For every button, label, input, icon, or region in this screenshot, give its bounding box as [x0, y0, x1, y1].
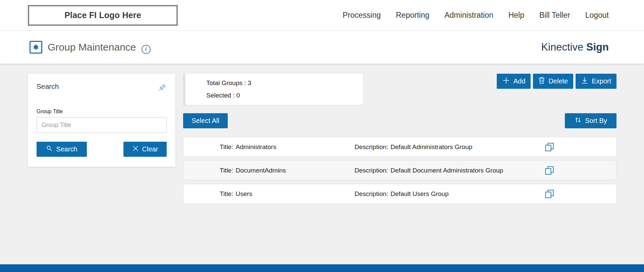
clear-button[interactable]: Clear — [123, 142, 167, 157]
select-all-button[interactable]: Select All — [183, 113, 228, 128]
group-title-cell: Title:DocumentAdmins — [220, 167, 355, 174]
search-panel-title: Search — [37, 82, 59, 90]
description-value: Default Administrators Group — [390, 143, 472, 150]
total-groups-label: Total Groups : — [206, 79, 246, 86]
group-row-users[interactable]: Title:Users Description:Default Users Gr… — [183, 184, 616, 204]
clear-x-icon — [132, 145, 139, 153]
group-description-cell: Description:Default Administrators Group — [355, 143, 544, 151]
description-label: Description: — [355, 167, 388, 174]
nav-reporting[interactable]: Reporting — [396, 11, 429, 20]
sort-by-label: Sort By — [585, 117, 607, 125]
clear-button-label: Clear — [142, 145, 158, 153]
group-description-cell: Description:Default Users Group — [355, 190, 544, 198]
brand-regular: Kinective — [541, 41, 583, 53]
nav-logout[interactable]: Logout — [585, 11, 609, 20]
brand-logo: Kinective Sign — [541, 41, 609, 53]
download-icon — [581, 77, 588, 86]
group-list: Title:Administrators Description:Default… — [183, 137, 616, 204]
add-button[interactable]: Add — [497, 74, 531, 89]
title-value: Users — [235, 190, 252, 197]
title-value: DocumentAdmins — [235, 167, 286, 174]
group-title-cell: Title:Administrators — [220, 143, 355, 151]
export-button-label: Export — [592, 77, 611, 85]
sort-by-button[interactable]: Sort By — [565, 113, 616, 128]
main-content: Search Group Title Search — [0, 64, 644, 264]
description-label: Description: — [355, 190, 388, 197]
search-button-label: Search — [56, 145, 77, 153]
page-header: ✱ Group Maintenance i Kinective Sign — [0, 31, 644, 64]
select-all-label: Select All — [192, 117, 219, 125]
top-nav: Processing Reporting Administration Help… — [342, 11, 609, 20]
selected-line: Selected : 0 — [206, 92, 363, 99]
pin-icon[interactable] — [158, 83, 167, 93]
group-maintenance-icon: ✱ — [30, 41, 42, 54]
title-label: Title: — [220, 167, 233, 174]
copy-icon[interactable] — [544, 189, 616, 199]
info-icon[interactable]: i — [142, 45, 151, 54]
search-panel: Search Group Title Search — [28, 74, 175, 167]
search-button[interactable]: Search — [37, 142, 87, 157]
copy-icon[interactable] — [544, 142, 616, 152]
group-title-cell: Title:Users — [220, 190, 355, 198]
page-title: Group Maintenance — [48, 42, 136, 53]
nav-processing[interactable]: Processing — [342, 11, 381, 20]
nav-administration[interactable]: Administration — [444, 11, 493, 20]
fi-logo-text: Place FI Logo Here — [64, 10, 141, 20]
nav-user-bill-teller[interactable]: Bill Teller — [539, 11, 570, 20]
groups-section: Total Groups : 3 Selected : 0 A — [183, 74, 616, 207]
title-value: Administrators — [235, 143, 276, 150]
delete-button[interactable]: Delete — [533, 74, 573, 89]
description-value: Default Document Administrators Group — [390, 167, 503, 174]
export-button[interactable]: Export — [576, 74, 616, 89]
group-description-cell: Description:Default Document Administrat… — [355, 167, 544, 174]
plus-icon — [502, 76, 510, 86]
nav-help[interactable]: Help — [508, 11, 524, 20]
fi-logo-placeholder: Place FI Logo Here — [28, 5, 178, 26]
trash-icon — [538, 77, 545, 86]
sort-arrows-icon — [574, 116, 582, 125]
total-groups-line: Total Groups : 3 — [206, 79, 363, 87]
copy-icon[interactable] — [544, 165, 616, 176]
title-label: Title: — [220, 143, 233, 150]
footer-bar — [0, 264, 644, 272]
title-label: Title: — [220, 190, 233, 197]
brand-bold: Sign — [586, 41, 609, 53]
description-value: Default Users Group — [390, 190, 448, 197]
group-actions: Add Delete — [497, 74, 616, 89]
selected-label: Selected : — [206, 92, 235, 99]
summary-box: Total Groups : 3 Selected : 0 — [183, 74, 363, 105]
page-header-left: ✱ Group Maintenance i — [30, 41, 151, 54]
delete-button-label: Delete — [548, 77, 568, 85]
top-bar: Place FI Logo Here Processing Reporting … — [0, 0, 644, 31]
selected-value: 0 — [236, 92, 240, 99]
group-row-documentadmins[interactable]: Title:DocumentAdmins Description:Default… — [183, 160, 616, 180]
group-title-input[interactable] — [37, 117, 167, 133]
total-groups-value: 3 — [248, 79, 252, 86]
group-row-administrators[interactable]: Title:Administrators Description:Default… — [183, 137, 616, 157]
add-button-label: Add — [514, 77, 526, 85]
group-title-label: Group Title — [37, 109, 167, 115]
description-label: Description: — [355, 143, 388, 150]
search-icon — [46, 145, 53, 153]
